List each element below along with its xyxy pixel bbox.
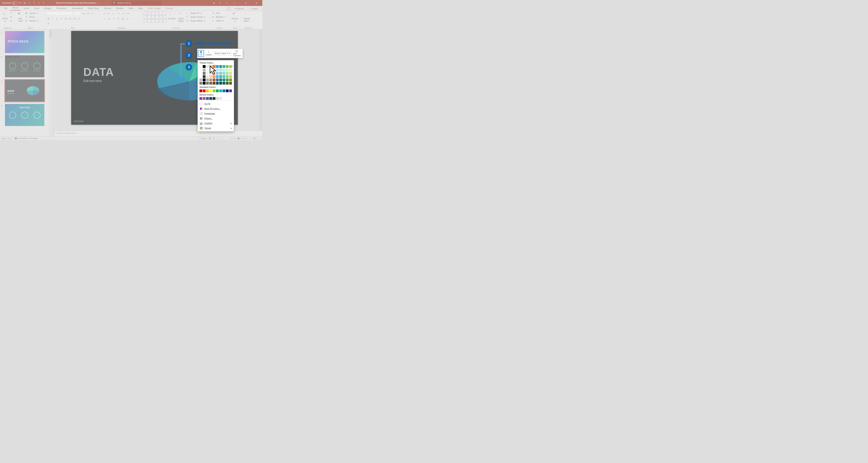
thumbnail-pane[interactable]: 1 PITCH DECK 2 TRACTION Growth Metrics G… <box>0 30 52 136</box>
close-button[interactable]: ✕ <box>253 0 260 6</box>
reading-view-button[interactable]: 📖 <box>217 137 220 140</box>
color-swatch[interactable] <box>216 89 219 92</box>
no-fill-item[interactable]: No Fill <box>198 101 234 106</box>
color-swatch[interactable] <box>199 79 202 81</box>
mini-series-combo[interactable]: Series "Sales" P ▾ <box>214 52 231 55</box>
color-swatch[interactable] <box>199 65 202 68</box>
maximize-button[interactable]: ▢ <box>242 0 249 6</box>
color-swatch[interactable] <box>203 82 206 85</box>
color-swatch[interactable] <box>219 65 222 68</box>
search-bar[interactable]: 🔍 Search (Alt+Q) <box>112 1 162 5</box>
tab-record[interactable]: Record <box>102 6 113 10</box>
mini-outline-button[interactable]: ✎ Outline <box>204 50 213 56</box>
color-swatch[interactable] <box>226 89 229 92</box>
decrease-indent-button[interactable]: ⇤ <box>112 11 116 15</box>
tab-transitions[interactable]: Transitions <box>54 6 69 10</box>
strike-button[interactable]: S <box>60 17 63 21</box>
autosave-pill[interactable] <box>12 2 18 4</box>
tab-home[interactable]: Home <box>10 5 21 10</box>
color-swatch[interactable] <box>222 79 225 81</box>
shape-outline-button[interactable]: ☐Shape Outline▾ <box>186 15 206 19</box>
color-swatch[interactable] <box>203 72 206 75</box>
section-button[interactable]: ☰Section▾ <box>25 19 39 23</box>
slide-counter[interactable]: Slide 3 of 14 <box>1 137 12 140</box>
bold-button[interactable]: B <box>46 17 50 21</box>
tab-format[interactable]: Format <box>163 6 175 10</box>
paste-button[interactable]: 📋 Paste ▾ <box>1 11 9 23</box>
ribbon-display-icon[interactable]: ▭ <box>225 1 228 4</box>
increase-indent-button[interactable]: ⇥ <box>116 11 120 15</box>
collapse-ribbon-button[interactable]: ˄ <box>255 11 258 14</box>
justify-button[interactable]: ☰ <box>116 17 120 21</box>
color-swatch[interactable] <box>226 65 229 68</box>
copy-button[interactable]: ⧉ <box>9 15 14 19</box>
color-swatch[interactable] <box>229 69 232 71</box>
quick-styles-button[interactable]: ✎Quick Styles <box>177 11 185 23</box>
reset-button[interactable]: ↺Reset <box>25 15 39 19</box>
slide-thumbnail-4[interactable]: TRACTION <box>5 104 44 126</box>
font-family-combo[interactable] <box>46 11 72 15</box>
undo-icon[interactable]: ↶ <box>28 1 31 4</box>
align-right-button[interactable]: ≡ <box>112 17 116 21</box>
shapes-gallery[interactable] <box>144 11 166 23</box>
share-button[interactable]: ↗Share <box>247 7 260 10</box>
color-swatch[interactable] <box>203 69 206 71</box>
color-swatch[interactable] <box>199 89 202 92</box>
bullets-button[interactable]: •≡ <box>102 11 106 15</box>
tab-insert[interactable]: Insert <box>21 6 31 10</box>
color-swatch[interactable] <box>222 69 225 71</box>
smartart-button[interactable]: ⬳ <box>130 17 134 21</box>
color-swatch[interactable] <box>203 97 206 100</box>
notes-pane[interactable]: Click to add notes <box>55 131 262 136</box>
replace-button[interactable]: ⇄Replace▾ <box>212 15 226 19</box>
color-swatch[interactable] <box>199 75 202 78</box>
slideshow-view-button[interactable]: ▷ <box>222 137 223 140</box>
thumbnail-scrollbar[interactable] <box>49 30 52 136</box>
color-swatch[interactable] <box>206 72 209 75</box>
color-swatch[interactable] <box>203 89 206 92</box>
slide-subtitle[interactable]: Edit text here <box>83 79 102 83</box>
slide-thumbnail-1[interactable]: PITCH DECK <box>5 31 44 53</box>
color-swatch[interactable] <box>219 69 222 71</box>
color-swatch[interactable] <box>199 69 202 71</box>
color-swatch[interactable] <box>199 82 202 85</box>
font-color-button[interactable]: A <box>46 21 50 25</box>
text-direction-button[interactable]: ↧A <box>125 11 130 15</box>
layout-button[interactable]: ▤Layout▾ <box>25 11 39 15</box>
slide-sorter-button[interactable]: ⊞ <box>213 137 215 140</box>
fit-to-window-button[interactable]: ⛶ <box>259 137 261 140</box>
tab-animations[interactable]: Animations <box>70 6 85 10</box>
notes-toggle[interactable]: 🗒 Notes <box>199 137 207 140</box>
color-swatch[interactable] <box>209 89 212 92</box>
color-picker-scroll[interactable]: ▴ <box>231 64 234 67</box>
color-swatch[interactable] <box>206 65 209 68</box>
arrange-button[interactable]: ⬚Arrange <box>167 11 177 21</box>
zoom-value[interactable]: 68% <box>253 137 256 140</box>
comments-button[interactable]: 💬 <box>226 7 231 10</box>
color-swatch[interactable] <box>226 79 229 81</box>
zoom-out-button[interactable]: − <box>226 137 227 140</box>
color-swatch[interactable] <box>206 69 209 71</box>
align-text-button[interactable]: ⎘ <box>125 17 130 21</box>
tab-view[interactable]: View <box>126 6 135 10</box>
color-swatch[interactable] <box>199 97 202 100</box>
color-swatch[interactable] <box>206 89 209 92</box>
color-swatch[interactable] <box>222 72 225 75</box>
font-size-combo[interactable] <box>73 11 81 15</box>
color-swatch[interactable] <box>216 82 219 85</box>
color-swatch[interactable] <box>206 97 209 100</box>
mini-new-comment-button[interactable]: 💬 New Comment <box>232 50 242 57</box>
cut-button[interactable]: ✂ <box>9 11 14 15</box>
color-swatch[interactable] <box>226 75 229 78</box>
color-swatch[interactable] <box>209 82 212 85</box>
editor-scrollbar[interactable] <box>259 30 262 130</box>
increase-font-icon[interactable]: A▴ <box>82 11 85 15</box>
color-swatch[interactable] <box>226 82 229 85</box>
more-fill-colors-item[interactable]: More Fill Colors... <box>198 106 234 111</box>
tab-slideshow[interactable]: Slide Show <box>86 6 101 10</box>
color-swatch[interactable] <box>229 79 232 81</box>
align-left-button[interactable]: ≡ <box>102 17 106 21</box>
dictate-button[interactable]: 🎤Dictate▾ <box>230 11 239 23</box>
color-swatch[interactable] <box>226 69 229 71</box>
tab-draw[interactable]: Draw <box>32 6 41 10</box>
